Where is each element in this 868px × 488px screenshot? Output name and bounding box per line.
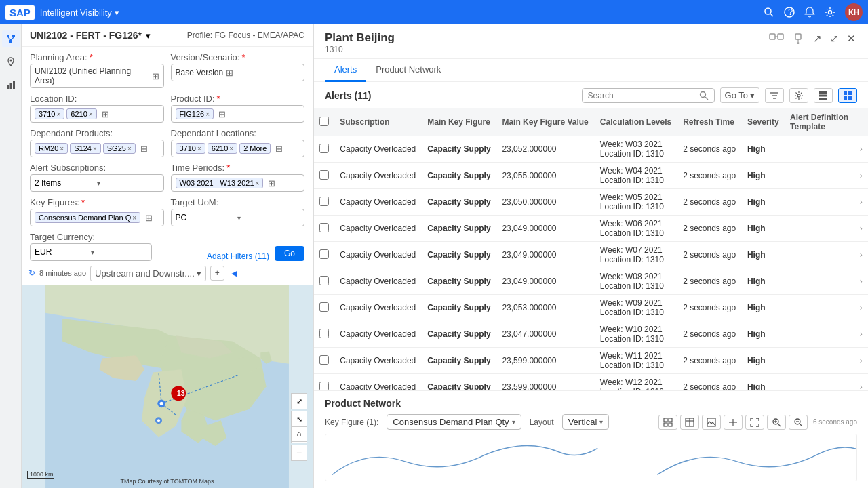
rp-close-button[interactable]: ✕ xyxy=(846,31,857,46)
pn-grid-button[interactable] xyxy=(658,415,677,430)
row-checkbox-2[interactable] xyxy=(319,197,329,206)
svg-point-21 xyxy=(157,419,160,422)
refresh-icon: ↻ xyxy=(28,268,35,278)
row-chevron[interactable]: › xyxy=(854,268,868,295)
search-icon[interactable] xyxy=(764,7,774,18)
row-checkbox-6[interactable] xyxy=(319,302,329,312)
row-checkbox-3[interactable] xyxy=(319,223,329,232)
pn-hierarchy-button[interactable] xyxy=(724,415,743,430)
row-chevron[interactable]: › xyxy=(854,163,868,189)
map-add-button[interactable]: + xyxy=(210,266,224,281)
product-id-icon[interactable]: ⊞ xyxy=(218,109,226,119)
network-icon[interactable] xyxy=(2,30,20,47)
zoom-out-button[interactable]: − xyxy=(291,445,307,461)
plant-selector-chevron[interactable]: ▾ xyxy=(146,30,151,41)
pn-zoom-out-button[interactable] xyxy=(789,415,808,430)
row-checkbox-1[interactable] xyxy=(319,170,329,180)
row-checkbox-7[interactable] xyxy=(319,329,329,338)
row-alert-definition xyxy=(785,189,854,216)
alert-subscriptions-group: Alert Subscriptions: 2 Items ▾ xyxy=(30,163,164,192)
row-chevron[interactable]: › xyxy=(854,295,868,321)
col-severity: Severity xyxy=(742,108,785,136)
planning-area-icon[interactable]: ⊞ xyxy=(152,71,159,81)
key-figure-select[interactable]: Consensus Demand Plan Qty ▾ xyxy=(387,414,521,430)
tab-product-network[interactable]: Product Network xyxy=(366,59,450,82)
go-button[interactable]: Go xyxy=(275,246,304,261)
layout-select[interactable]: Vertical ▾ xyxy=(562,414,610,430)
rp-expand-button[interactable]: ⤢ xyxy=(829,31,840,46)
alerts-header: Alerts (11) Go To ▾ xyxy=(314,82,868,108)
alerts-search-input[interactable] xyxy=(588,91,696,100)
row-calc-level: Week: W08 2021Location ID: 1310 xyxy=(595,268,677,295)
row-chevron[interactable]: › xyxy=(854,374,868,390)
user-avatar[interactable]: KH xyxy=(845,3,863,21)
dep-products-icon[interactable]: ⊞ xyxy=(140,144,148,154)
time-periods-input[interactable]: W03 2021 - W13 2021 × ⊞ xyxy=(171,174,305,192)
svg-rect-27 xyxy=(795,34,801,39)
row-chevron[interactable]: › xyxy=(854,242,868,268)
dep-products-input[interactable]: RM20 × S124 × SG25 × ⊞ xyxy=(30,140,164,157)
location-id-input[interactable]: 3710 × 6210 × ⊞ xyxy=(30,105,164,123)
row-value: 23,055.000000 xyxy=(496,163,594,189)
pn-zoom-in-icon xyxy=(772,418,781,427)
app-name[interactable]: Intelligent Visibility ▾ xyxy=(40,7,119,18)
key-figure-label: Key Figure (1): xyxy=(325,418,378,427)
row-chevron[interactable]: › xyxy=(854,348,868,374)
svg-text:?: ? xyxy=(788,7,793,17)
svg-rect-6 xyxy=(12,35,15,37)
row-checkbox-0[interactable] xyxy=(319,144,329,153)
plant-selector-title[interactable]: UNI2102 - FERT - FG126* xyxy=(30,30,142,41)
tab-alerts[interactable]: Alerts xyxy=(325,59,366,82)
row-checkbox-5[interactable] xyxy=(319,276,329,285)
map-svg: 13 xyxy=(22,285,313,489)
row-chevron[interactable]: › xyxy=(854,136,868,163)
key-figures-input[interactable]: Consensus Demand Plan Q × ⊞ xyxy=(30,209,164,226)
pn-zoom-in-button[interactable] xyxy=(767,415,786,430)
planning-area-input[interactable]: UNI2102 (Unified Planning Area) ⊞ xyxy=(30,64,164,88)
row-checkbox-4[interactable] xyxy=(319,249,329,259)
target-currency-select[interactable]: EUR ▾ xyxy=(30,243,152,261)
rp-external-link-button[interactable]: ↗ xyxy=(812,31,823,46)
row-chevron[interactable]: › xyxy=(854,189,868,216)
row-checkbox-8[interactable] xyxy=(319,355,329,365)
adapt-filters-button[interactable]: Adapt Filters (11) xyxy=(207,251,269,261)
version-scenario-input[interactable]: Base Version ⊞ xyxy=(171,64,305,81)
row-calc-level: Week: W03 2021Location ID: 1310 xyxy=(595,136,677,163)
pn-table-button[interactable] xyxy=(680,415,699,430)
alerts-view-toggle-1[interactable] xyxy=(814,88,833,103)
dep-locations-input[interactable]: 3710 × 6210 × 2 More ⊞ xyxy=(171,140,305,157)
chart-icon[interactable] xyxy=(2,76,20,94)
row-chevron[interactable]: › xyxy=(854,321,868,348)
alert-subscriptions-select[interactable]: 2 Items ▾ xyxy=(30,174,164,192)
alerts-settings-button[interactable] xyxy=(789,88,808,103)
dep-locations-icon[interactable]: ⊞ xyxy=(275,144,283,154)
version-scenario-icon[interactable]: ⊞ xyxy=(226,68,233,78)
minimize-map-icon[interactable]: ◀ xyxy=(231,269,237,278)
table-row: Capacity Overloaded Capacity Supply 23,0… xyxy=(314,136,868,163)
bell-icon[interactable] xyxy=(804,7,815,18)
product-id-input[interactable]: FIG126 × ⊞ xyxy=(171,105,305,123)
map-expand-button[interactable]: ⤢ xyxy=(291,393,307,409)
upstream-downstream-select[interactable]: Upstream and Downstr.... ▾ xyxy=(90,266,206,281)
select-all-checkbox[interactable] xyxy=(319,117,329,126)
pn-expand-button[interactable] xyxy=(745,415,764,430)
alerts-filter-button[interactable] xyxy=(765,88,784,103)
alerts-search-box[interactable] xyxy=(582,88,715,103)
time-periods-icon[interactable]: ⊞ xyxy=(268,178,275,188)
row-calc-level: Week: W05 2021Location ID: 1310 xyxy=(595,189,677,216)
alerts-view-toggle-2[interactable] xyxy=(838,88,857,103)
question-icon[interactable]: ? xyxy=(784,7,795,18)
target-uom-select[interactable]: PC ▾ xyxy=(171,209,305,226)
gear-icon[interactable] xyxy=(825,7,835,18)
goto-button[interactable]: Go To ▾ xyxy=(720,87,760,103)
key-figures-icon[interactable]: ⊞ xyxy=(145,213,153,223)
alerts-section: Alerts (11) Go To ▾ xyxy=(314,82,868,390)
pn-image-button[interactable] xyxy=(702,415,721,430)
location-id-icon[interactable]: ⊞ xyxy=(102,109,109,119)
map-collapse-button[interactable]: ⤡ xyxy=(291,411,307,427)
row-chevron[interactable]: › xyxy=(854,216,868,242)
svg-rect-24 xyxy=(770,34,775,39)
row-checkbox-9[interactable] xyxy=(319,382,329,390)
location-icon[interactable] xyxy=(2,53,20,70)
map-home-button[interactable]: ⌂ xyxy=(291,426,307,442)
